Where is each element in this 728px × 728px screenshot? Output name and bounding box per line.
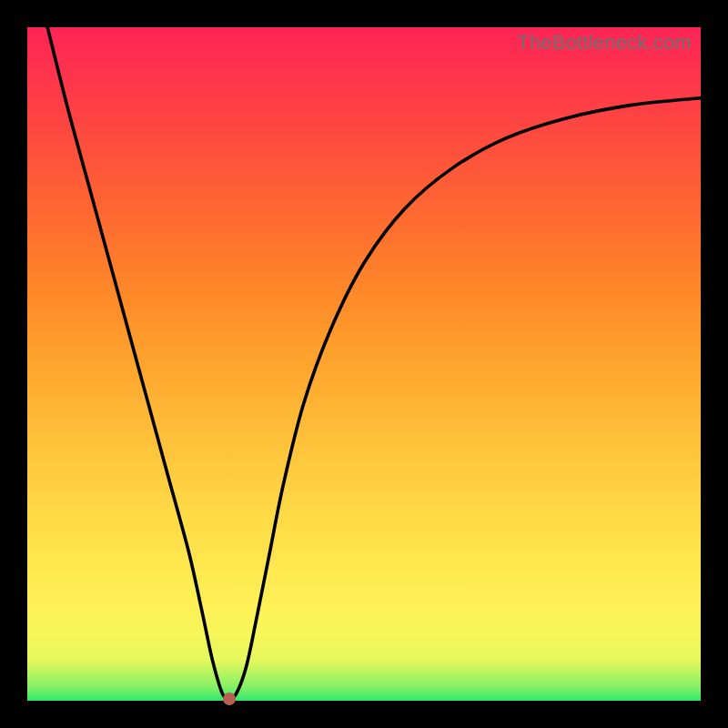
optimal-point-marker [223,693,236,705]
plot-frame: TheBottleneck.com [27,27,701,701]
watermark-text: TheBottleneck.com [517,31,692,55]
bottleneck-curve [47,27,701,698]
curve-svg [27,27,701,701]
